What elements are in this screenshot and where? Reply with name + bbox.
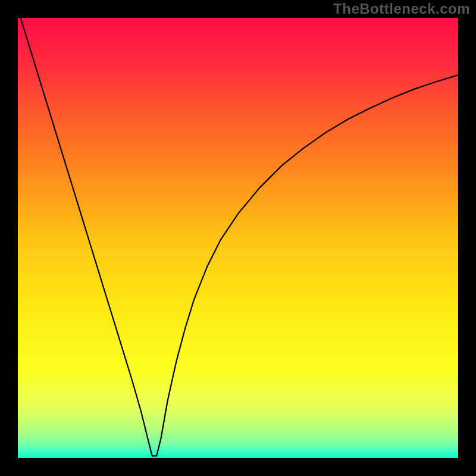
watermark-text: TheBottleneck.com: [333, 1, 470, 17]
chart-frame: TheBottleneck.com: [0, 0, 476, 476]
plot-area: [18, 18, 458, 458]
gradient-background: [18, 18, 458, 458]
curve-layer: [18, 18, 458, 458]
